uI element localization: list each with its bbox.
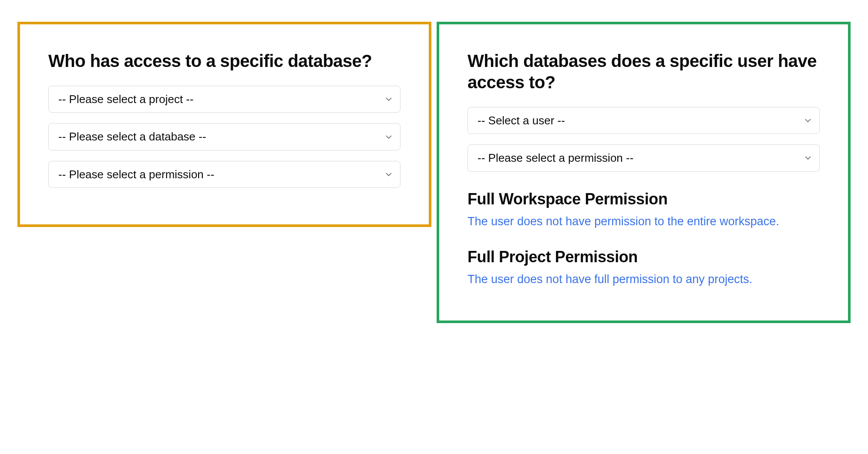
project-permission-heading: Full Project Permission — [468, 248, 820, 266]
workspace-permission-heading: Full Workspace Permission — [468, 190, 820, 208]
workspace-permission-text: The user does not have permission to the… — [468, 214, 820, 230]
project-permission-text: The user does not have full permission t… — [468, 271, 820, 287]
permission-select-left[interactable]: -- Please select a permission -- — [48, 161, 400, 188]
user-select[interactable]: -- Select a user -- — [468, 107, 820, 134]
database-access-panel: Who has access to a specific database? -… — [17, 22, 431, 227]
permission-select-wrap-right: -- Please select a permission -- — [468, 144, 820, 172]
project-select-wrap: -- Please select a project -- — [48, 86, 400, 113]
project-select[interactable]: -- Please select a project -- — [48, 86, 400, 113]
user-access-panel: Which databases does a specific user hav… — [437, 22, 851, 323]
database-access-title: Who has access to a specific database? — [48, 50, 400, 72]
permission-select-wrap-left: -- Please select a permission -- — [48, 161, 400, 188]
permission-select-right[interactable]: -- Please select a permission -- — [468, 144, 820, 172]
database-select[interactable]: -- Please select a database -- — [48, 123, 400, 150]
user-select-wrap: -- Select a user -- — [468, 107, 820, 134]
database-select-wrap: -- Please select a database -- — [48, 123, 400, 150]
user-access-title: Which databases does a specific user hav… — [468, 50, 820, 93]
